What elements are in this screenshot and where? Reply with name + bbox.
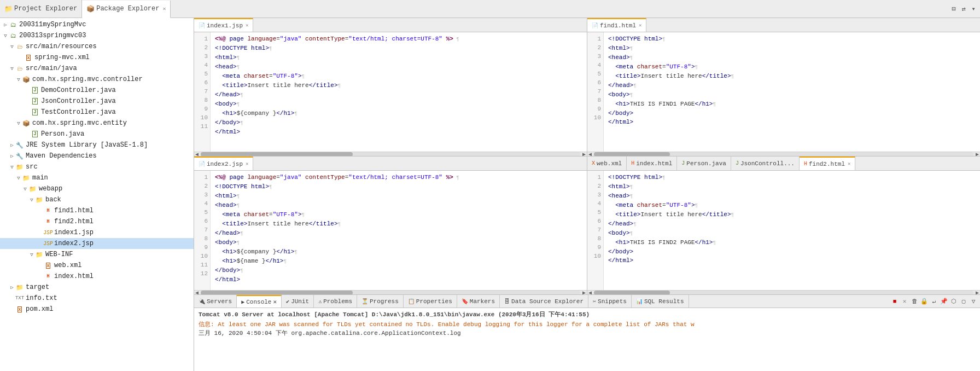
tab-project-explorer[interactable]: 📁 Project Explorer: [0, 0, 82, 18]
sidebar-item-indexhtml[interactable]: H index.html: [0, 271, 194, 282]
close-find1-tab[interactable]: ✕: [639, 22, 641, 28]
sidebar-item-testcontroller[interactable]: J TestController.java: [0, 107, 194, 118]
bottom-tab-console[interactable]: ▶ Console ✕: [237, 295, 282, 308]
label-jre: JRE System Library [JavaSE-1.8]: [26, 141, 148, 149]
editor-tab-find1html[interactable]: 📄 find1.html ✕: [587, 18, 646, 32]
scrollbar-track-index2[interactable]: [201, 291, 580, 295]
bottom-tab-sqlresults[interactable]: 📊 SQL Results: [632, 295, 689, 308]
sync-button[interactable]: ⇄: [959, 4, 968, 13]
code-editor-index2[interactable]: 1 2 3 4 5 6 7 8 9 10 11: [194, 171, 587, 290]
close-console-tab[interactable]: ✕: [273, 298, 277, 305]
sidebar-item-controller-pkg[interactable]: ▽ 📦 com.hx.spring.mvc.controller: [0, 74, 194, 85]
bottom-tab-progress[interactable]: ⏳ Progress: [357, 295, 404, 308]
bottom-tab-junit-label: JUnit: [291, 298, 309, 305]
bottom-tab-snippets-label: Snippets: [598, 298, 627, 305]
scrollbar-track-find1[interactable]: [594, 152, 973, 156]
console-icon: ▶: [241, 299, 244, 305]
sidebar-item-find1html[interactable]: H find1.html: [0, 205, 194, 216]
close-index1-tab[interactable]: ✕: [246, 22, 248, 28]
sidebar-item-200311myspringmvc[interactable]: ▷ 🗂 200311mySpringMvc: [0, 19, 194, 30]
bottom-tab-markers[interactable]: 🔖 Markers: [457, 295, 500, 308]
html-icon-find1: H: [44, 206, 52, 215]
sidebar-item-maven[interactable]: ▷ 🔧 Maven Dependencies: [0, 150, 194, 161]
editor-tab-personjava[interactable]: J Person.java: [677, 156, 731, 170]
arrow-jre: ▷: [9, 142, 15, 148]
sidebar-item-src-main-resources[interactable]: ▽ 🗁 src/main/resources: [0, 41, 194, 52]
open-console-button[interactable]: ⬡: [949, 297, 958, 306]
editor-tab-label-find2html: find2.html: [809, 161, 845, 167]
tab-package-explorer[interactable]: 📦 Package Explorer ✕: [82, 1, 171, 18]
sidebar-item-find2html[interactable]: H find2.html: [0, 216, 194, 227]
close-find2-tab[interactable]: ✕: [848, 161, 850, 167]
pin-button[interactable]: 📌: [940, 297, 948, 306]
java-icon-json: J: [31, 97, 39, 106]
stop-button[interactable]: ■: [890, 297, 899, 306]
sidebar-toolbar: ⊟ ⇄ ▾: [949, 4, 980, 13]
scrollbar-find1[interactable]: ◀ ▶: [587, 152, 980, 156]
editor-tabbar-index2: 📄 index2.jsp ✕: [194, 156, 587, 171]
sidebar-item-target[interactable]: ▷ 📁 target: [0, 282, 194, 293]
sidebar-item-spring-mvc-xml[interactable]: X spring-mvc.xml: [0, 52, 194, 63]
bottom-tab-junit[interactable]: ✔ JUnit: [282, 295, 314, 308]
bottom-tab-datasource-label: Data Source Explorer: [511, 298, 584, 305]
bottom-tab-problems[interactable]: ⚠ Problems: [314, 295, 357, 308]
bottom-tab-snippets[interactable]: ✂ Snippets: [588, 295, 632, 308]
sidebar-item-index2jsp[interactable]: JSP index2.jsp: [0, 238, 194, 249]
code-editor-find2[interactable]: 1 2 3 4 5 6 7 8 9 10 <!DOCT: [587, 171, 980, 290]
label-find1: find1.html: [54, 207, 94, 215]
sidebar-item-pomxml[interactable]: X pom.xml: [0, 304, 194, 315]
sidebar-item-webinf[interactable]: ▽ 📁 WEB-INF: [0, 249, 194, 260]
scrollbar-index1[interactable]: ◀ ▶: [194, 152, 587, 156]
bottom-tab-properties[interactable]: 📋 Properties: [404, 295, 457, 308]
scrollbar-track-find2[interactable]: [594, 291, 973, 295]
sidebar-item-jsoncontroller[interactable]: J JsonController.java: [0, 96, 194, 107]
maximize-button[interactable]: ▢: [959, 297, 968, 306]
editor-tab-find2html[interactable]: H find2.html ✕: [800, 156, 855, 170]
word-wrap-button[interactable]: ↵: [930, 297, 938, 306]
editor-tab-index1jsp[interactable]: 📄 index1.jsp ✕: [194, 18, 253, 32]
close-index2-tab[interactable]: ✕: [246, 161, 248, 167]
code-editor-find1[interactable]: 1 2 3 4 5 6 7 8 9 10 <!DOCT: [587, 32, 980, 152]
sidebar-item-src[interactable]: ▽ 📁 src: [0, 161, 194, 172]
clear-console-button[interactable]: 🗑: [910, 297, 919, 306]
sidebar-item-webxml[interactable]: X web.xml: [0, 260, 194, 271]
scroll-lock-button[interactable]: 🔒: [920, 297, 929, 306]
sidebar-item-entity-pkg[interactable]: ▽ 📦 com.hx.spring.mvc.entity: [0, 118, 194, 129]
sidebar-item-index1jsp[interactable]: JSP index1.jsp: [0, 227, 194, 238]
lib-icon-maven: 🔧: [15, 152, 24, 160]
editor-tab-jsoncontroller[interactable]: J JsonControll...: [731, 156, 800, 170]
sidebar-item-person[interactable]: J Person.java: [0, 129, 194, 140]
main-content: ▷ 🗂 200311mySpringMvc ▽ 🗂 200313springmv…: [0, 18, 980, 371]
collapse-all-button[interactable]: ⊟: [949, 4, 958, 13]
sidebar: ▷ 🗂 200311mySpringMvc ▽ 🗂 200313springmv…: [0, 18, 194, 371]
file-icon-jsoncontroller-tab: J: [736, 160, 739, 166]
folder-icon-target: 📁: [15, 283, 24, 292]
view-menu-button[interactable]: ▾: [969, 4, 978, 13]
bottom-tab-datasource[interactable]: 🗄 Data Source Explorer: [500, 295, 588, 308]
arrow-maven: ▷: [9, 153, 15, 159]
sidebar-item-back[interactable]: ▽ 📁 back: [0, 194, 194, 205]
sidebar-item-200313springmvc03[interactable]: ▽ 🗂 200313springmvc03: [0, 30, 194, 41]
xml-icon-web: X: [44, 261, 52, 270]
scrollbar-track-index1[interactable]: [201, 152, 580, 156]
tab-package-explorer-close[interactable]: ✕: [162, 5, 166, 12]
minimize-button[interactable]: ▽: [969, 297, 978, 306]
editor-panel-index2jsp: 📄 index2.jsp ✕ 1 2 3 4 5: [194, 156, 587, 294]
code-editor-index1[interactable]: 1 2 3 4 5 6 7 8 9 10 11: [194, 32, 587, 152]
sidebar-item-democontroller[interactable]: J DemoController.java: [0, 85, 194, 96]
scrollbar-find2[interactable]: ◀ ▶: [587, 290, 980, 294]
bottom-tab-servers[interactable]: 🔌 Servers: [194, 295, 237, 308]
sidebar-item-jre[interactable]: ▷ 🔧 JRE System Library [JavaSE-1.8]: [0, 140, 194, 150]
editor-tab-index2jsp[interactable]: 📄 index2.jsp ✕: [194, 156, 253, 170]
sidebar-item-infotxt[interactable]: TXT info.txt: [0, 293, 194, 304]
editor-tab-webxml[interactable]: X web.xml: [587, 156, 627, 170]
sidebar-item-main[interactable]: ▽ 📁 main: [0, 172, 194, 183]
arrow-controller: ▽: [15, 77, 22, 83]
remove-button[interactable]: ✕: [900, 297, 909, 306]
sidebar-item-webapp[interactable]: ▽ 📁 webapp: [0, 183, 194, 194]
scrollbar-index2[interactable]: ◀ ▶: [194, 290, 587, 294]
editor-tab-indexhtml[interactable]: H index.html: [627, 156, 677, 170]
code-content-find1: <!DOCTYPE html>¶ <html>¶ <head>¶ <meta c…: [604, 32, 980, 152]
sidebar-item-src-main-java[interactable]: ▽ 🗁 src/main/java: [0, 63, 194, 74]
editor-tab-label-indexhtml: index.html: [636, 160, 672, 167]
